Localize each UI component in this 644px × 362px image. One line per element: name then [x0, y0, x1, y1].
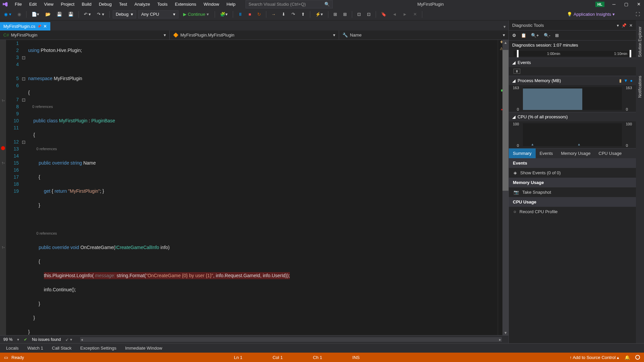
open-button[interactable]: 📂 [43, 10, 53, 18]
line-ending-button[interactable]: ↙ ▾ [65, 337, 72, 342]
menu-analyze[interactable]: Analyze [131, 1, 153, 8]
cpu-chart[interactable]: 100 0 100 0 ▲ ▲ [509, 121, 636, 148]
menu-build[interactable]: Build [78, 1, 95, 8]
hot-reload-button[interactable]: ⚡▾ [313, 10, 325, 18]
call-stack-tab[interactable]: Call Stack [48, 344, 76, 352]
reset-view-icon[interactable]: ⊞ [555, 33, 559, 38]
cursor-line[interactable]: Ln 1 [234, 355, 242, 360]
menu-project[interactable]: Project [57, 1, 77, 8]
override-indicator-icon[interactable]: ↑◦ [1, 97, 5, 104]
override-indicator-icon[interactable]: ↑◦ [1, 244, 5, 251]
watch-tab[interactable]: Watch 1 [23, 344, 47, 352]
bookmark-button[interactable]: 🔖 [379, 10, 388, 18]
undo-button[interactable]: ↶ ▾ [82, 10, 93, 18]
zoom-in-icon[interactable]: 🔍+ [531, 33, 539, 38]
solution-explorer-tab[interactable]: Solution Explorer [637, 24, 643, 60]
record-cpu-button[interactable]: ○Record CPU Profile [509, 207, 636, 217]
notifications-tab[interactable]: Notifications [637, 73, 643, 100]
source-control-button[interactable]: ↑ Add to Source Control ▴ [570, 355, 619, 360]
menu-extensions[interactable]: Extensions [171, 1, 200, 8]
debug-target-button[interactable]: 🧩▾ [218, 10, 230, 18]
zoom-level[interactable]: 99 % [3, 337, 12, 342]
menu-tools[interactable]: Tools [154, 1, 171, 8]
nav-scope-dropdown[interactable]: C#MyFirstPlugin▾ [0, 31, 170, 40]
diag-tab-events[interactable]: Events [536, 148, 557, 158]
close-panel-icon[interactable]: ✕ [629, 23, 633, 28]
step-over-button[interactable]: ↷ [289, 10, 297, 18]
redo-button[interactable]: ↷ ▾ [95, 10, 106, 18]
take-snapshot-button[interactable]: 📷Take Snapshot [509, 187, 636, 197]
override-indicator-icon[interactable]: ↑◦ [1, 160, 5, 167]
breakpoint-gutter[interactable] [0, 40, 6, 335]
minimize-button[interactable]: ─ [611, 2, 617, 7]
clear-bookmarks-button[interactable]: ✕ [411, 10, 419, 18]
timeline-handle-end[interactable] [630, 50, 631, 57]
live-share-button[interactable]: ⛶ [634, 10, 642, 18]
nav-class-dropdown[interactable]: 🔶MyFirstPlugin.MyFirstPlugin▾ [170, 31, 339, 40]
diag-tab-summary[interactable]: Summary [509, 148, 536, 158]
diag-tab-cpu[interactable]: CPU Usage [595, 148, 626, 158]
document-tab[interactable]: MyFirstPlugin.cs 📌 ✕ [0, 22, 50, 31]
application-insights-button[interactable]: 💡Application Insights▾ [567, 12, 615, 17]
output-pane-icon[interactable]: ▭ [4, 355, 8, 360]
issues-text[interactable]: No issues found [32, 337, 61, 342]
vertical-scrollbar[interactable]: ▾ ▴ [502, 40, 508, 335]
pin-icon[interactable]: 📌 [37, 24, 41, 28]
step-out-button[interactable]: ⬆ [299, 10, 307, 18]
prev-bookmark-button[interactable]: ◄ [390, 10, 399, 18]
events-section-header[interactable]: ◢Events [509, 58, 636, 67]
menu-file[interactable]: File [11, 1, 25, 8]
fold-gutter[interactable]: − − − − [22, 40, 27, 335]
nav-forward-button[interactable]: ◉ [15, 10, 23, 18]
cursor-col[interactable]: Col 1 [273, 355, 283, 360]
zoom-out-icon[interactable]: 🔍- [544, 33, 550, 38]
tab-overflow-button[interactable]: ▾ [501, 23, 508, 31]
code-editor[interactable]: 1234 56 7891011 1213141516171819 − − − −… [0, 40, 508, 335]
next-bookmark-button[interactable]: ► [401, 10, 409, 18]
maximize-button[interactable]: ▢ [623, 2, 630, 7]
nav-member-dropdown[interactable]: 🔧Name▾ [339, 31, 508, 40]
close-tab-button[interactable]: ✕ [43, 24, 47, 29]
close-window-button[interactable]: ✕ [636, 2, 642, 7]
menu-help[interactable]: Help [223, 1, 239, 8]
diag-select-tools-icon[interactable]: 📋 [521, 33, 526, 38]
diag-timeline[interactable]: 1:00min 1:10min [509, 50, 636, 58]
timeline-handle-start[interactable] [517, 50, 519, 57]
exception-settings-tab[interactable]: Exception Settings [76, 344, 120, 352]
save-button[interactable]: 💾 [55, 10, 64, 18]
code-text[interactable]: ↑◦using Photon.Hive.Plugin; namespace My… [27, 40, 498, 335]
memory-section-header[interactable]: ◢Process Memory (MB)▮▼● [509, 76, 636, 85]
memory-chart[interactable]: 163 0 163 0 [509, 85, 636, 112]
breakpoint-line-14[interactable] [1, 146, 5, 150]
restart-button[interactable]: ↻ [255, 10, 263, 18]
new-item-button[interactable]: 📄▾ [30, 10, 41, 18]
diag-button-1[interactable]: ⊡ [355, 10, 363, 18]
menu-window[interactable]: Window [200, 1, 222, 8]
zoom-dropdown-icon[interactable]: ▾ [17, 337, 19, 342]
panel-dropdown-icon[interactable]: ▾ [617, 23, 619, 28]
solution-platform-dropdown[interactable]: Any CPU▾ [138, 10, 178, 18]
show-events-button[interactable]: ◈Show Events (0 of 0) [509, 168, 636, 178]
diag-settings-icon[interactable]: ⚙ [512, 33, 516, 38]
cursor-char[interactable]: Ch 1 [313, 355, 322, 360]
immediate-window-tab[interactable]: Immediate Window [121, 344, 166, 352]
pin-panel-icon[interactable]: 📌 [622, 23, 627, 28]
cpu-section-header[interactable]: ◢CPU (% of all processors) [509, 112, 636, 121]
continue-button[interactable]: ▶Continue▾ [180, 11, 212, 17]
break-all-button[interactable]: ⏸ [236, 10, 245, 18]
nav-back-button[interactable]: ◉ ▾ [2, 10, 13, 18]
insert-mode[interactable]: INS [353, 355, 360, 360]
horizontal-scrollbar[interactable]: ◂ ▸ [80, 337, 502, 342]
save-all-button[interactable]: 💾 [66, 10, 75, 18]
pause-events-icon[interactable]: ⏸ [514, 69, 520, 74]
feedback-icon[interactable] [635, 355, 640, 360]
solution-config-dropdown[interactable]: Debug▾ [113, 10, 136, 18]
step-into-button[interactable]: ⬇ [280, 10, 287, 18]
user-badge[interactable]: HL [595, 2, 604, 7]
overview-ruler[interactable]: ✚ ⚠ [498, 40, 502, 335]
stop-debug-button[interactable]: ■ [247, 10, 253, 18]
notifications-icon[interactable]: 🔔 [625, 355, 630, 360]
locals-tab[interactable]: Locals [2, 344, 23, 352]
menu-edit[interactable]: Edit [26, 1, 40, 8]
show-next-statement-button[interactable]: → [269, 10, 278, 18]
